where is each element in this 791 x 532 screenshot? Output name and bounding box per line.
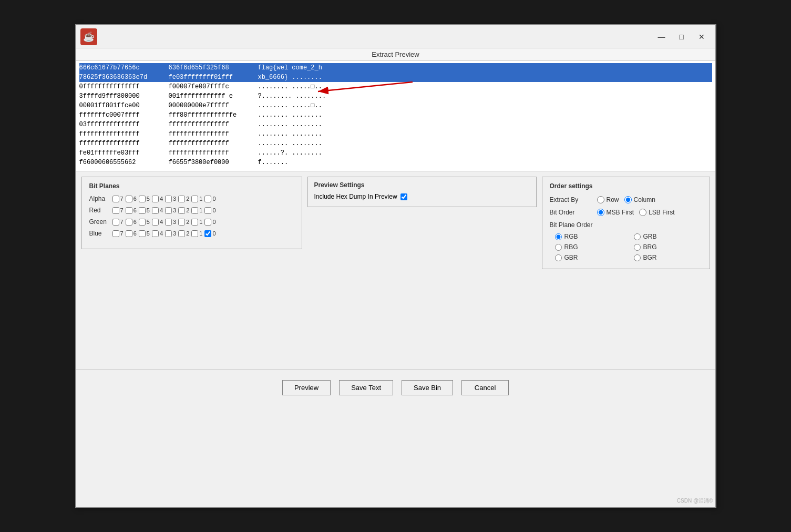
- bit-order-row: Bit Order MSB First LSB First: [550, 209, 702, 216]
- bit-green-0[interactable]: 0: [204, 219, 215, 226]
- bit-blue-4[interactable]: 4: [152, 230, 163, 237]
- bit-planes-box: Bit Planes Alpha 7 6 5 4 3 2 1 0 Red 7: [81, 177, 302, 249]
- bit-plane-order-section: Bit Plane Order RGB GRB RBG: [550, 221, 702, 261]
- hex-row: ffffffffffffffff ffffffffffffffff ......…: [79, 139, 712, 148]
- title-bar: ☕ — □ ✕: [76, 25, 715, 48]
- bit-red-4[interactable]: 4: [152, 207, 163, 214]
- bpo-grid: RGB GRB RBG BRG: [550, 233, 702, 261]
- bit-red-2[interactable]: 2: [178, 207, 189, 214]
- window-title: Extract Preview: [76, 48, 715, 61]
- extract-by-column-radio[interactable]: [624, 196, 632, 203]
- hex-row: 03ffffffffffffff ffffffffffffffff ......…: [79, 120, 712, 129]
- save-text-button[interactable]: Save Text: [339, 380, 393, 395]
- green-bit-row: Green 7 6 5 4 3 2 1 0: [89, 218, 294, 226]
- hex-row: ffffffffffffffff ffffffffffffffff ......…: [79, 129, 712, 139]
- bit-red-1[interactable]: 1: [191, 207, 202, 214]
- bit-blue-6[interactable]: 6: [126, 230, 137, 237]
- hex-preview-area[interactable]: 666c61677b77656c 636f6d655f325f68 flag{w…: [76, 61, 715, 171]
- bit-blue-2[interactable]: 2: [178, 230, 189, 237]
- close-button[interactable]: ✕: [692, 29, 711, 44]
- content-area: Bit Planes Alpha 7 6 5 4 3 2 1 0 Red 7: [76, 171, 715, 274]
- bit-plane-order-title: Bit Plane Order: [550, 221, 702, 229]
- bpo-rgb-radio[interactable]: [555, 233, 562, 240]
- blue-bit-row: Blue 7 6 5 4 3 2 1 0: [89, 230, 294, 237]
- alpha-bit-row: Alpha 7 6 5 4 3 2 1 0: [89, 195, 294, 202]
- hex-row: 78625f363636363e7d fe03ffffffff01fff xb_…: [79, 73, 712, 82]
- bit-planes-title: Bit Planes: [89, 182, 294, 190]
- bpo-brg-radio[interactable]: [634, 244, 641, 251]
- bpo-bgr-radio[interactable]: [634, 254, 641, 261]
- bpo-grb[interactable]: GRB: [634, 233, 702, 240]
- bit-red-0[interactable]: 0: [204, 207, 215, 214]
- hex-row: fffffffc0007ffff fff80ffffffffffffe ....…: [79, 110, 712, 120]
- order-settings-title: Order settings: [550, 182, 702, 190]
- save-bin-button[interactable]: Save Bin: [402, 380, 453, 395]
- preview-settings-box: Preview Settings Include Hex Dump In Pre…: [307, 177, 537, 207]
- watermark: CSDN @泪涌©: [677, 497, 713, 505]
- bit-green-4[interactable]: 4: [152, 219, 163, 226]
- hex-dump-label[interactable]: Include Hex Dump In Preview: [314, 193, 407, 200]
- bit-red-7[interactable]: 7: [112, 207, 124, 214]
- extract-by-column-label[interactable]: Column: [624, 196, 655, 203]
- lsb-first-label[interactable]: LSB First: [639, 209, 674, 216]
- lsb-first-radio[interactable]: [639, 209, 646, 216]
- hex-row: f66000606555662 f6655f3800ef0000 f......…: [79, 158, 712, 167]
- hex-row: 0fffffffffffffff f00007fe007ffffc ......…: [79, 82, 712, 91]
- bit-blue-5[interactable]: 5: [139, 230, 150, 237]
- cancel-button[interactable]: Cancel: [461, 380, 509, 395]
- bit-green-6[interactable]: 6: [126, 219, 137, 226]
- hex-row: fe01ffffffe03fff ffffffffffffffff ......…: [79, 148, 712, 158]
- bpo-gbr[interactable]: GBR: [555, 254, 623, 261]
- middle-panel: Preview Settings Include Hex Dump In Pre…: [307, 177, 537, 269]
- bit-alpha-3[interactable]: 3: [165, 196, 176, 202]
- bit-alpha-7[interactable]: 7: [112, 196, 124, 202]
- bit-green-1[interactable]: 1: [191, 219, 202, 226]
- hex-dump-checkbox[interactable]: [400, 193, 407, 200]
- footer: Preview Save Text Save Bin Cancel: [76, 369, 715, 406]
- left-panel: Bit Planes Alpha 7 6 5 4 3 2 1 0 Red 7: [81, 177, 302, 269]
- extract-by-row-label[interactable]: Row: [597, 196, 619, 203]
- bit-green-7[interactable]: 7: [112, 219, 124, 226]
- bit-green-2[interactable]: 2: [178, 219, 189, 226]
- bit-blue-3[interactable]: 3: [165, 230, 176, 237]
- order-settings-box: Order settings Extract By Row Column Bi: [542, 177, 710, 269]
- hex-row: 3ffffd9fff800000 001ffffffffffff e ?....…: [79, 91, 712, 101]
- bit-red-3[interactable]: 3: [165, 207, 176, 214]
- red-bit-row: Red 7 6 5 4 3 2 1 0: [89, 207, 294, 214]
- bit-green-5[interactable]: 5: [139, 219, 150, 226]
- bit-alpha-4[interactable]: 4: [152, 196, 163, 202]
- bpo-rbg-radio[interactable]: [555, 244, 562, 251]
- preview-button[interactable]: Preview: [282, 380, 331, 395]
- maximize-button[interactable]: □: [672, 29, 691, 44]
- bit-blue-1[interactable]: 1: [191, 230, 202, 237]
- bpo-bgr[interactable]: BGR: [634, 254, 702, 261]
- bit-alpha-0[interactable]: 0: [204, 196, 215, 202]
- spacer: [76, 274, 715, 369]
- bit-blue-7[interactable]: 7: [112, 230, 124, 237]
- hex-row: 00001ff801ffce00 000000000e7fffff ......…: [79, 101, 712, 110]
- extract-by-row: Extract By Row Column: [550, 196, 702, 203]
- bit-red-5[interactable]: 5: [139, 207, 150, 214]
- bpo-rgb[interactable]: RGB: [555, 233, 623, 240]
- title-bar-controls: — □ ✕: [652, 29, 711, 44]
- java-icon: ☕: [80, 28, 97, 45]
- bit-blue-0[interactable]: 0: [204, 230, 215, 237]
- bpo-rbg[interactable]: RBG: [555, 243, 623, 251]
- preview-settings-title: Preview Settings: [314, 181, 530, 189]
- bpo-gbr-radio[interactable]: [555, 254, 562, 261]
- bpo-grb-radio[interactable]: [634, 233, 641, 240]
- bit-alpha-6[interactable]: 6: [126, 196, 137, 202]
- main-window: ☕ — □ ✕ Extract Preview 666c61677b77656c…: [75, 24, 716, 508]
- bit-alpha-5[interactable]: 5: [139, 196, 150, 202]
- bit-red-6[interactable]: 6: [126, 207, 137, 214]
- title-bar-left: ☕: [80, 28, 97, 45]
- bpo-brg[interactable]: BRG: [634, 243, 702, 251]
- msb-first-label[interactable]: MSB First: [597, 209, 634, 216]
- bit-green-3[interactable]: 3: [165, 219, 176, 226]
- right-panel: Order settings Extract By Row Column Bi: [542, 177, 710, 269]
- bit-alpha-2[interactable]: 2: [178, 196, 189, 202]
- bit-alpha-1[interactable]: 1: [191, 196, 202, 202]
- extract-by-row-radio[interactable]: [597, 196, 604, 203]
- minimize-button[interactable]: —: [652, 29, 671, 44]
- msb-first-radio[interactable]: [597, 209, 604, 216]
